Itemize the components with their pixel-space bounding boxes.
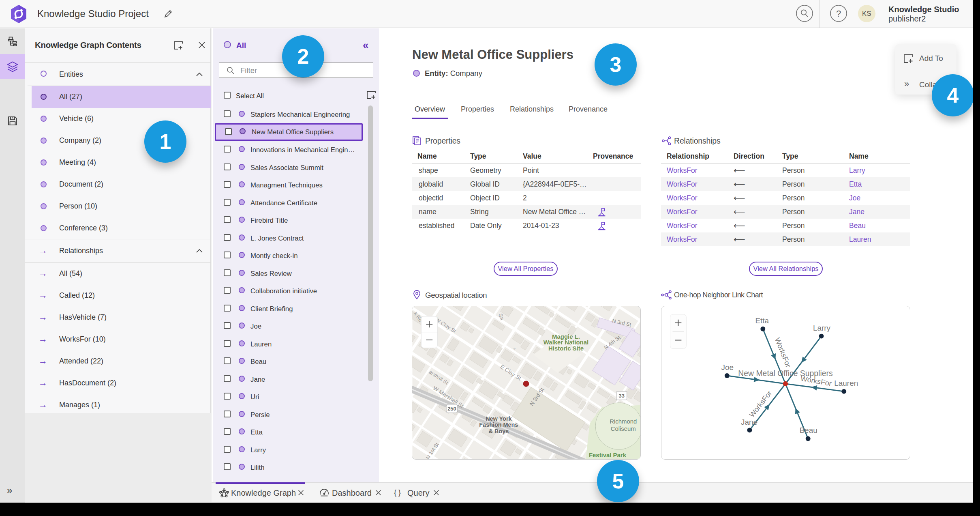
svg-text:250: 250	[447, 406, 456, 412]
svg-text:Fashion Mens: Fashion Mens	[479, 421, 518, 428]
svg-text:?: ?	[836, 9, 841, 19]
svg-text:Lauren: Lauren	[834, 379, 858, 387]
svg-text:Festival Park: Festival Park	[589, 452, 627, 458]
svg-text:& Boys: & Boys	[489, 428, 509, 434]
svg-text:Richmond: Richmond	[610, 418, 637, 425]
svg-text:Coliseum: Coliseum	[611, 425, 636, 432]
svg-text:Etta: Etta	[755, 316, 769, 325]
svg-text:Joe: Joe	[721, 363, 734, 372]
svg-text:New Metal Office Suppliers: New Metal Office Suppliers	[738, 369, 832, 378]
svg-text:33: 33	[619, 393, 625, 399]
svg-text:Beau: Beau	[800, 426, 817, 434]
svg-text:New York: New York	[486, 415, 512, 422]
svg-text:Jane: Jane	[741, 418, 757, 426]
svg-text:Historic Site: Historic Site	[548, 345, 584, 352]
svg-text:Larry: Larry	[813, 324, 831, 332]
